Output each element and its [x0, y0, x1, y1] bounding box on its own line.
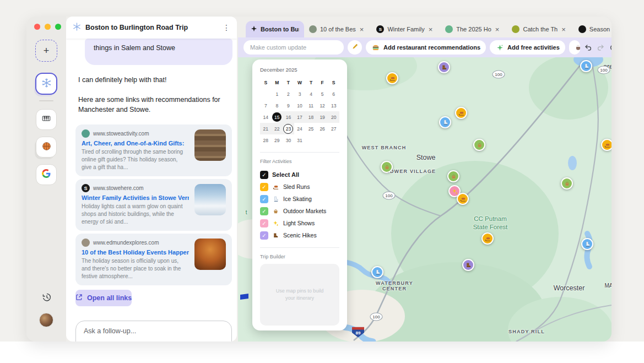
calendar-day[interactable]: 17	[294, 111, 306, 123]
map-pin-skate[interactable]	[580, 60, 592, 72]
sidebar-item-google-app[interactable]	[36, 164, 57, 185]
calendar-day[interactable]: 13	[328, 100, 339, 111]
refresh-button[interactable]	[609, 43, 611, 52]
calendar-day[interactable]: 26	[317, 123, 328, 134]
map-pin-skate[interactable]	[371, 266, 383, 278]
tab-the-2025-holiday[interactable]: The 2025 Ho ×	[440, 21, 505, 37]
checkbox-checked[interactable]: ✓	[260, 231, 268, 240]
calendar-day[interactable]: 16	[283, 111, 294, 123]
calendar-day[interactable]: 8	[272, 100, 283, 111]
route-100-shield: 100	[598, 66, 610, 74]
calendar-day[interactable]: 28	[260, 134, 272, 146]
calendar-day[interactable]: 12	[317, 100, 328, 111]
calendar-day[interactable]: 18	[305, 111, 317, 123]
checkbox-checked[interactable]: ✓	[260, 207, 268, 215]
history-button[interactable]	[40, 292, 52, 304]
map-pin-sled[interactable]	[386, 72, 398, 84]
calendar-day[interactable]: 25	[305, 123, 317, 134]
map-pin-basket[interactable]	[561, 177, 573, 189]
calendar-day[interactable]: 6	[328, 88, 339, 100]
map-view[interactable]: WEST BRANCH Stowe LOWER VILLAGE CC Putna…	[238, 57, 611, 342]
calendar-day[interactable]: 7	[260, 100, 272, 111]
close-tab-icon[interactable]: ×	[359, 25, 365, 34]
close-window-button[interactable]	[34, 24, 40, 30]
calendar-day[interactable]: 9	[283, 100, 294, 111]
close-tab-icon[interactable]: ×	[495, 25, 500, 34]
link-card[interactable]: S www.stowehere.com Winter Family Activi…	[75, 179, 232, 231]
calendar-day[interactable]: 27	[328, 123, 339, 134]
tab-season-2024[interactable]: Season 2024 ×	[573, 21, 611, 37]
close-tab-icon[interactable]: ×	[561, 25, 566, 34]
link-title[interactable]: Art, Cheer, and One-of-a-Kind Gifts:	[82, 140, 189, 147]
tab-catch-the[interactable]: Catch the Th ×	[507, 21, 571, 37]
link-card[interactable]: www.stoweactivity.com Art, Cheer, and On…	[75, 124, 232, 176]
map-pin-sled[interactable]	[457, 193, 469, 205]
calendar-day[interactable]	[272, 111, 283, 123]
calendar-day[interactable]: 10	[294, 100, 306, 111]
sidebar-item-gemini-active[interactable]	[35, 73, 57, 95]
add-hot-cocoa-button[interactable]: Add Hot Co	[569, 40, 580, 55]
filter-sled-runs[interactable]: ✓ Sled Runs	[260, 181, 339, 193]
map-pin-sled[interactable]	[481, 232, 494, 245]
calendar-day[interactable]: 19	[317, 111, 328, 123]
map-pin-skate[interactable]	[581, 238, 593, 250]
link-card[interactable]: www.edmundexplores.com 10 of the Best Ho…	[75, 234, 232, 285]
filter-light-shows[interactable]: ✓ Light Shows	[260, 217, 339, 229]
filter-select-all[interactable]: ✓ Select All	[260, 169, 339, 181]
kebab-menu-icon[interactable]: ⋮	[223, 23, 230, 32]
custom-update-input[interactable]	[243, 40, 344, 55]
calendar-day[interactable]: 31	[294, 134, 306, 146]
calendar-day[interactable]: 11	[305, 100, 317, 111]
open-all-links-button[interactable]: Open all links	[75, 290, 132, 306]
add-free-activities-button[interactable]: Add free activities	[490, 40, 565, 55]
zoom-window-button[interactable]	[55, 24, 61, 30]
calendar-day[interactable]: 4	[305, 88, 317, 100]
link-title[interactable]: Winter Family Activities in Stowe Vermon…	[82, 194, 189, 201]
map-pin-basket[interactable]	[447, 170, 459, 182]
calendar-day[interactable]: 22	[272, 123, 283, 134]
map-pin-basket[interactable]	[473, 139, 485, 151]
calendar-day[interactable]: 29	[272, 134, 283, 146]
calendar-day[interactable]: 30	[283, 134, 294, 146]
tab-10-of-the-best[interactable]: 10 of the Bes ×	[304, 21, 369, 37]
calendar-day[interactable]: 14	[260, 111, 272, 123]
redo-button[interactable]	[597, 43, 605, 52]
close-tab-icon[interactable]: ×	[428, 25, 434, 34]
map-pin-skate[interactable]	[439, 116, 451, 128]
checkbox-checked[interactable]: ✓	[260, 195, 268, 203]
filter-ice-skating[interactable]: ✓ Ice Skating	[260, 193, 339, 205]
checkbox-checked[interactable]: ✓	[260, 183, 268, 191]
tab-boston-to-burlington[interactable]: Boston to Burli	[246, 21, 304, 37]
map-pin-basket[interactable]	[381, 161, 393, 173]
tab-winter-family[interactable]: S Winter Family ×	[371, 21, 438, 37]
sidebar-item-basketball-app[interactable]	[36, 137, 57, 158]
filter-outdoor-markets[interactable]: ✓ Outdoor Markets	[260, 205, 339, 217]
link-title[interactable]: 10 of the Best Holiday Events Happening.…	[82, 249, 189, 256]
new-chat-button[interactable]: +	[35, 40, 57, 62]
add-restaurants-button[interactable]: Add restaurant recommendations	[366, 40, 486, 55]
chat-title: Boston to Burlington Road Trip	[85, 24, 218, 31]
calendar-day[interactable]: 3	[294, 88, 306, 100]
chat-scroll-area[interactable]: things in Salem and Stowe I can definite…	[66, 39, 237, 342]
map-pin-boot[interactable]	[438, 61, 450, 73]
checkbox-checked[interactable]: ✓	[260, 219, 268, 227]
checkbox-checked[interactable]: ✓	[260, 171, 268, 179]
user-avatar[interactable]	[39, 313, 53, 327]
follow-up-input[interactable]	[75, 321, 232, 342]
calendar-day[interactable]: 5	[317, 88, 328, 100]
map-pin-sled[interactable]	[455, 107, 467, 119]
calendar-grid: SMTWTFS123456789101112131416171819202122…	[260, 77, 339, 146]
magic-pencil-button[interactable]	[348, 40, 362, 55]
map-pin-sled[interactable]	[601, 139, 611, 151]
calendar-day[interactable]	[283, 123, 294, 134]
calendar-day[interactable]: 2	[283, 88, 294, 100]
map-pin-boot[interactable]	[462, 259, 474, 271]
minimize-window-button[interactable]	[45, 24, 51, 30]
sidebar-item-piano-app[interactable]	[36, 109, 57, 130]
calendar-day[interactable]: 21	[260, 123, 272, 134]
filter-scenic-hikes[interactable]: ✓ Scenic Hikes	[260, 229, 339, 241]
undo-button[interactable]	[584, 43, 593, 52]
calendar-day[interactable]: 20	[328, 111, 339, 123]
calendar-day[interactable]: 1	[272, 88, 283, 100]
calendar-day[interactable]: 24	[294, 123, 306, 134]
